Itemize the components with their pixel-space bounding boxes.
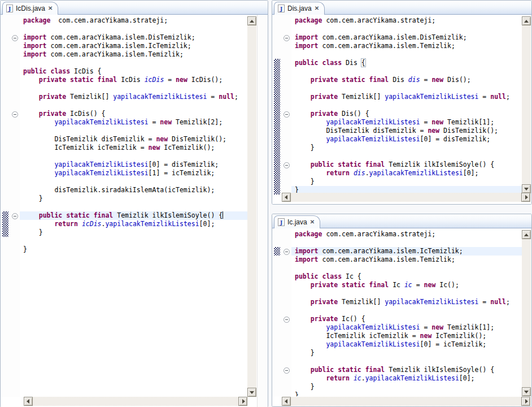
code-token: new xyxy=(431,76,443,84)
code-text-area[interactable]: package com.cem.aracYikama.strateji;impo… xyxy=(291,228,522,396)
close-icon[interactable]: ✕ xyxy=(48,6,53,11)
scroll-left-button[interactable] xyxy=(24,397,33,406)
fold-collapse-icon[interactable] xyxy=(284,111,290,118)
code-token: Ic xyxy=(389,281,404,289)
scrollbar-track[interactable] xyxy=(247,25,256,388)
scrollbar-track[interactable] xyxy=(522,25,531,184)
code-line: return ic.yapilacakTemizlikListesi[0]; xyxy=(291,374,522,383)
scroll-down-button[interactable] xyxy=(247,388,256,397)
code-token: Temizlik ilkIslemiSoyle() { xyxy=(113,211,223,219)
scroll-right-button[interactable] xyxy=(521,193,530,202)
close-icon[interactable]: ✕ xyxy=(310,219,315,225)
code-token: static xyxy=(342,76,365,84)
scroll-left-button[interactable] xyxy=(282,397,291,406)
code-token: yapilacakTemizlikListesi xyxy=(369,169,463,177)
annotation-ruler xyxy=(272,15,282,193)
code-line: IcTemizlik icTemizlik = new IcTemizlik()… xyxy=(20,144,247,152)
code-token: static xyxy=(338,366,361,374)
code-token: Temizlik[] xyxy=(338,298,385,306)
code-token: static xyxy=(342,281,365,289)
code-editor[interactable]: package com.cem.aracYikama.strateji;impo… xyxy=(272,228,531,406)
tab-dis-java[interactable]: J Dis.java ✕ xyxy=(274,2,325,15)
fold-collapse-icon[interactable] xyxy=(284,35,290,41)
code-token: class xyxy=(322,59,342,67)
vertical-scrollbar[interactable] xyxy=(522,230,531,396)
horizontal-sash[interactable] xyxy=(272,205,532,214)
code-line: import com.cem.aracYikama.islem.Temizlik… xyxy=(291,42,522,50)
fold-collapse-icon[interactable] xyxy=(284,367,290,374)
scroll-right-button[interactable] xyxy=(521,397,530,406)
code-line: private Ic() { xyxy=(291,315,522,323)
code-line xyxy=(20,101,247,110)
scroll-down-button[interactable] xyxy=(522,184,531,193)
horizontal-scrollbar[interactable] xyxy=(282,397,530,406)
scrollbar-track[interactable] xyxy=(33,397,238,406)
code-token: public xyxy=(39,211,63,219)
code-text-area[interactable]: package com.cem.aracYikama.strateji;impo… xyxy=(291,15,522,193)
code-token: icDis xyxy=(145,76,164,84)
code-text-area[interactable]: package com.cem.aracYikama.strateji;impo… xyxy=(20,15,247,397)
code-line: yapilacakTemizlikListesi[0] = icTemizlik… xyxy=(291,340,522,349)
code-token: com.cem.aracYikama.islem.DisTemizlik; xyxy=(319,33,467,41)
fold-collapse-icon[interactable] xyxy=(12,111,18,118)
close-icon[interactable]: ✕ xyxy=(315,6,319,11)
scroll-up-button[interactable] xyxy=(522,16,531,25)
code-token: yapilacakTemizlikListesi xyxy=(365,374,459,382)
code-token: Temizlik[1]; xyxy=(443,323,494,331)
fold-collapse-icon[interactable] xyxy=(284,162,290,168)
code-line: public class IcDis { xyxy=(20,67,247,76)
fold-collapse-icon[interactable] xyxy=(12,35,18,41)
code-token: null xyxy=(490,298,506,306)
code-token xyxy=(23,220,54,228)
horizontal-scrollbar[interactable] xyxy=(24,397,247,406)
tab-ic-java[interactable]: J Ic.java ✕ xyxy=(274,215,320,228)
code-token: yapilacakTemizlikListesi xyxy=(54,161,148,168)
code-token: ; xyxy=(234,93,238,101)
code-token: . xyxy=(365,169,369,177)
scroll-right-button[interactable] xyxy=(238,397,247,406)
code-token: IcDis { xyxy=(70,67,101,75)
code-line: package com.cem.aracYikama.strateji; xyxy=(291,230,522,239)
code-token xyxy=(23,76,39,84)
code-token: ic xyxy=(404,281,412,289)
code-token: ; xyxy=(506,93,510,101)
code-token: com.cem.aracYikama.strateji; xyxy=(50,16,168,24)
folding-ruler xyxy=(282,228,291,396)
code-token xyxy=(94,76,98,84)
fold-collapse-icon[interactable] xyxy=(284,317,290,323)
fold-collapse-icon[interactable] xyxy=(284,249,290,255)
code-token: yapilacakTemizlikListesi xyxy=(385,298,478,306)
code-token: new xyxy=(428,127,439,135)
code-token: Temizlik ilkIslemiSoyle() { xyxy=(385,366,494,374)
code-token: } xyxy=(295,391,299,396)
code-line: private static final Ic ic = new Ic(); xyxy=(291,281,522,289)
code-token: Dis(); xyxy=(443,76,470,84)
code-token: class xyxy=(50,67,70,75)
code-line: IcTemizlik icTemizlik = new IcTemizlik()… xyxy=(291,332,522,340)
vertical-scrollbar[interactable] xyxy=(247,16,256,397)
scrollbar-track[interactable] xyxy=(291,193,521,202)
code-editor[interactable]: package com.cem.aracYikama.strateji;impo… xyxy=(272,15,531,204)
scroll-down-button[interactable] xyxy=(522,387,531,396)
scroll-left-button[interactable] xyxy=(282,193,291,202)
java-file-icon: J xyxy=(278,5,285,12)
code-token: Temizlik[] xyxy=(338,93,385,101)
code-token: import xyxy=(295,33,319,41)
code-line xyxy=(291,239,522,247)
scroll-up-button[interactable] xyxy=(247,16,256,25)
horizontal-scrollbar[interactable] xyxy=(282,193,530,202)
code-editor[interactable]: package com.cem.aracYikama.strateji;impo… xyxy=(1,15,268,407)
java-file-icon: J xyxy=(6,5,13,12)
code-token: private xyxy=(311,298,338,306)
code-line xyxy=(20,152,247,161)
vertical-scrollbar[interactable] xyxy=(522,16,531,193)
scrollbar-track[interactable] xyxy=(291,397,521,406)
fold-collapse-icon[interactable] xyxy=(12,213,18,219)
annotation-ruler xyxy=(272,228,282,396)
tab-icdis-java[interactable]: J IcDis.java ✕ xyxy=(2,2,58,15)
code-token: com.cem.aracYikama.islem.DisTemizlik; xyxy=(47,33,195,41)
scrollbar-track[interactable] xyxy=(522,239,531,387)
code-token: yapilacakTemizlikListesi xyxy=(326,323,420,331)
scroll-up-button[interactable] xyxy=(522,230,531,239)
code-line: yapilacakTemizlikListesi = new Temizlik[… xyxy=(20,118,247,127)
